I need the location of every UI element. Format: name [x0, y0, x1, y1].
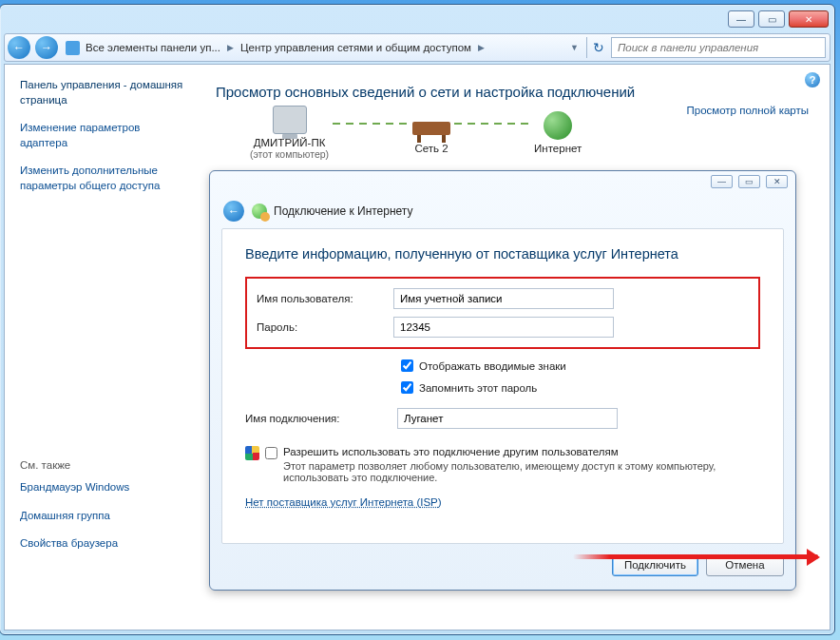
no-isp-link[interactable]: Нет поставщика услуг Интернета (ISP)	[245, 496, 442, 508]
maximize-button[interactable]: ▭	[758, 10, 785, 28]
sidebar-seealso-firewall[interactable]: Брандмауэр Windows	[20, 480, 189, 495]
connect-wizard-dialog: — ▭ ✕ ← Подключение к Интернету Введите …	[209, 170, 796, 591]
username-label: Имя пользователя:	[257, 293, 393, 304]
globe-icon	[544, 111, 572, 140]
dialog-header: ← Подключение к Интернету	[218, 198, 788, 224]
close-button[interactable]: ✕	[789, 10, 829, 28]
node-network[interactable]: Сеть 2	[412, 112, 450, 154]
window-caption-controls: — ▭ ✕	[728, 10, 829, 28]
dialog-caption-controls: — ▭ ✕	[711, 175, 788, 188]
remember-password-label: Запомнить этот пароль	[419, 382, 537, 394]
remember-password-checkbox[interactable]	[401, 381, 413, 394]
chevron-down-icon[interactable]: ▼	[570, 43, 579, 52]
internet-connect-icon	[252, 204, 267, 219]
search-input[interactable]	[611, 37, 826, 58]
node-internet[interactable]: Интернет	[534, 111, 582, 154]
allow-others-description: Этот параметр позволяет любому пользоват…	[283, 460, 760, 483]
chevron-right-icon: ▶	[227, 43, 234, 52]
see-also-heading: См. также	[20, 459, 189, 471]
refresh-button[interactable]: ↻	[586, 37, 609, 58]
network-icon	[412, 122, 450, 135]
dialog-footer: Подключить Отмена	[221, 550, 784, 580]
dialog-title: Введите информацию, полученную от постав…	[245, 246, 760, 262]
password-label: Пароль:	[257, 321, 393, 333]
connection-line	[454, 123, 530, 125]
annotation-highlight: Имя пользователя: Пароль:	[245, 277, 760, 349]
view-full-map-link[interactable]: Просмотр полной карты	[686, 105, 809, 116]
sidebar: Панель управления - домашняя страница Из…	[5, 65, 199, 630]
show-password-label: Отображать вводимые знаки	[419, 360, 566, 372]
sidebar-seealso-homegroup[interactable]: Домашняя группа	[20, 509, 189, 524]
sidebar-home-link[interactable]: Панель управления - домашняя страница	[20, 78, 189, 107]
node-this-pc[interactable]: ДМИТРИЙ-ПК (этот компьютер)	[250, 106, 329, 160]
minimize-button[interactable]: —	[728, 10, 754, 28]
dialog-header-text: Подключение к Интернету	[274, 204, 413, 218]
back-button[interactable]: ←	[223, 201, 244, 222]
dialog-minimize-button[interactable]: —	[711, 175, 733, 188]
page-title: Просмотр основных сведений о сети и наст…	[216, 84, 812, 100]
node-internet-label: Интернет	[534, 143, 582, 154]
dialog-maximize-button[interactable]: ▭	[738, 175, 760, 188]
cancel-button[interactable]: Отмена	[706, 554, 784, 576]
shield-icon	[245, 446, 259, 460]
back-button[interactable]: ←	[8, 36, 30, 59]
address-toolbar: ← → Все элементы панели уп... ▶ Центр уп…	[4, 33, 830, 62]
connection-name-input[interactable]	[397, 408, 618, 429]
chevron-right-icon: ▶	[478, 43, 485, 52]
sidebar-link-adapter[interactable]: Изменение параметров адаптера	[20, 121, 189, 150]
node-network-label: Сеть 2	[415, 143, 449, 154]
breadcrumb-item[interactable]: Центр управления сетями и общим доступом	[240, 42, 471, 53]
password-input[interactable]	[393, 317, 614, 338]
help-icon[interactable]: ?	[805, 72, 820, 87]
node-pc-sublabel: (этот компьютер)	[250, 148, 329, 160]
sidebar-seealso-browser[interactable]: Свойства браузера	[20, 536, 189, 552]
username-input[interactable]	[393, 288, 614, 309]
computer-icon	[273, 106, 307, 134]
dialog-body: Введите информацию, полученную от постав…	[221, 228, 784, 544]
breadcrumb[interactable]: Все элементы панели уп... ▶ Центр управл…	[66, 41, 586, 55]
show-password-checkbox[interactable]	[401, 359, 413, 372]
sidebar-link-sharing[interactable]: Изменить дополнительные параметры общего…	[20, 164, 189, 193]
breadcrumb-item[interactable]: Все элементы панели уп...	[86, 42, 220, 53]
dialog-close-button[interactable]: ✕	[766, 175, 788, 188]
control-panel-icon	[66, 41, 80, 55]
allow-others-checkbox[interactable]	[265, 447, 277, 459]
allow-others-label: Разрешить использовать это подключение д…	[283, 446, 760, 457]
connection-name-label: Имя подключения:	[245, 413, 397, 424]
forward-button[interactable]: →	[35, 36, 58, 59]
allow-others-block: Разрешить использовать это подключение д…	[283, 446, 760, 483]
connection-line	[333, 123, 409, 125]
connect-button[interactable]: Подключить	[612, 554, 698, 576]
